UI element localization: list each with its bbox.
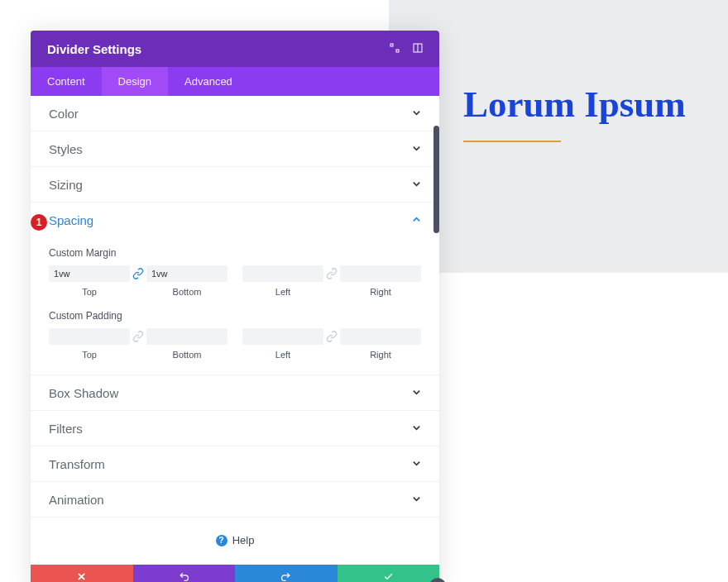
label-right: Right [370,287,391,297]
section-styles: Styles [31,131,439,167]
margin-right-cell: Right [340,265,421,297]
section-sizing-header[interactable]: Sizing [31,167,439,202]
chevron-down-icon [412,177,421,192]
tab-bar: Content Design Advanced [31,67,439,96]
section-filters: Filters [31,411,439,446]
help-link[interactable]: ? Help [31,518,439,565]
section-boxshadow-title: Box Shadow [49,386,118,400]
label-bottom: Bottom [173,350,202,360]
close-icon [77,572,86,581]
margin-left-cell: Left [242,265,323,297]
padding-bottom-cell: Bottom [146,328,228,360]
preview-background [389,0,728,273]
settings-modal: Divider Settings Content Design Advanced… [31,31,439,582]
padding-left-cell: Left [242,328,323,360]
margin-left-input[interactable] [242,265,323,282]
redo-button[interactable] [235,565,338,582]
padding-grid: Top Bottom Left [49,328,421,360]
svg-rect-1 [396,50,399,52]
section-color: Color [31,96,439,131]
unlink-icon[interactable] [323,331,340,342]
tab-content[interactable]: Content [31,67,102,96]
chevron-down-icon [412,106,421,121]
undo-button[interactable] [133,565,236,582]
section-filters-title: Filters [49,422,83,436]
padding-top-input[interactable] [49,328,130,345]
chevron-down-icon [412,141,421,156]
section-animation: Animation [31,482,439,518]
section-animation-title: Animation [49,493,104,507]
custom-padding-label: Custom Padding [49,310,421,322]
chevron-down-icon [412,421,421,436]
section-spacing-title: Spacing [49,213,93,227]
link-icon[interactable] [130,268,146,279]
section-color-header[interactable]: Color [31,96,439,131]
section-filters-header[interactable]: Filters [31,411,439,446]
tab-design[interactable]: Design [102,67,168,96]
section-transform: Transform [31,446,439,482]
margin-top-cell: Top [49,265,130,297]
padding-right-input[interactable] [340,328,421,345]
snap-icon[interactable] [413,41,423,56]
padding-pair-lr: Left Right [242,328,421,360]
section-styles-header[interactable]: Styles [31,131,439,166]
unlink-icon[interactable] [323,268,340,279]
check-icon [383,571,394,582]
section-sizing: Sizing [31,167,439,203]
modal-body: Color Styles Sizing Spacing Custom Margi… [31,96,439,565]
margin-bottom-cell: Bottom [146,265,228,297]
section-transform-title: Transform [49,457,105,471]
padding-bottom-input[interactable] [146,328,228,345]
section-spacing: Spacing Custom Margin Top Bottom [31,203,439,375]
margin-right-input[interactable] [340,265,421,282]
chevron-down-icon [412,385,421,400]
modal-header: Divider Settings [31,31,439,67]
tab-advanced[interactable]: Advanced [168,67,249,96]
chevron-down-icon [412,456,421,471]
spacing-body: Custom Margin Top Bottom [31,237,439,374]
margin-top-input[interactable] [49,265,130,282]
section-spacing-header[interactable]: Spacing [31,203,439,237]
section-boxshadow: Box Shadow [31,375,439,411]
preview-heading: Lorum Ipsum [463,83,686,126]
section-animation-header[interactable]: Animation [31,482,439,517]
annotation-badge: 1 [31,214,47,231]
help-text: Help [232,534,255,546]
redo-icon [280,571,291,582]
modal-footer [31,565,439,582]
section-boxshadow-header[interactable]: Box Shadow [31,375,439,410]
label-bottom: Bottom [173,287,202,297]
label-top: Top [82,350,97,360]
margin-grid: Top Bottom Left [49,265,421,297]
section-styles-title: Styles [49,142,83,156]
padding-right-cell: Right [340,328,421,360]
expand-icon[interactable] [390,41,400,56]
save-button[interactable] [338,565,440,582]
label-right: Right [370,350,391,360]
modal-title: Divider Settings [47,42,141,56]
margin-pair-lr: Left Right [242,265,421,297]
undo-icon [179,571,189,582]
label-top: Top [82,287,97,297]
help-icon: ? [216,535,228,546]
cancel-button[interactable] [31,565,133,582]
chevron-up-icon [412,212,421,227]
scrollbar-thumb[interactable] [433,126,439,233]
preview-divider-line [463,141,561,142]
header-actions [390,41,423,56]
label-left: Left [275,350,290,360]
section-color-title: Color [49,107,79,121]
svg-rect-0 [390,44,393,46]
padding-left-input[interactable] [242,328,323,345]
chevron-down-icon [412,492,421,507]
padding-pair-tb: Top Bottom [49,328,228,360]
padding-top-cell: Top [49,328,130,360]
label-left: Left [275,287,290,297]
unlink-icon[interactable] [130,331,146,342]
section-sizing-title: Sizing [49,178,83,192]
margin-bottom-input[interactable] [146,265,228,282]
custom-margin-label: Custom Margin [49,247,421,259]
margin-pair-tb: Top Bottom [49,265,228,297]
section-transform-header[interactable]: Transform [31,446,439,481]
